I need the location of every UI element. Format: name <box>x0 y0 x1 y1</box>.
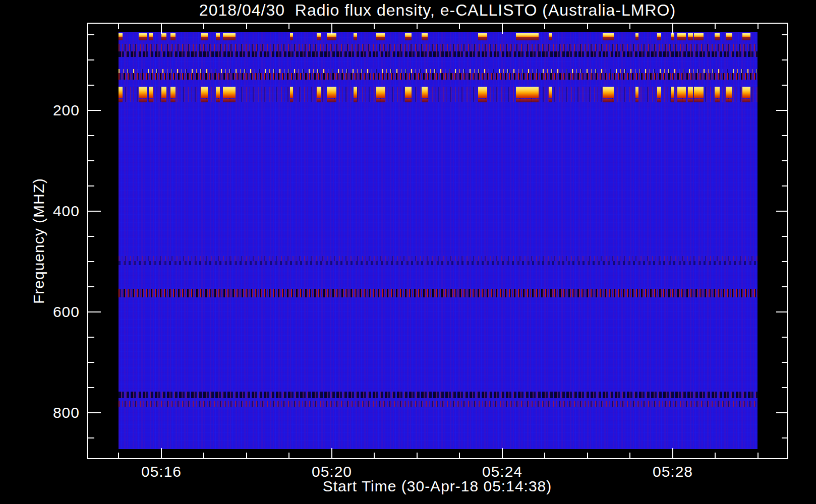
rfi-burst <box>405 99 412 102</box>
rfi-burst <box>688 33 693 37</box>
rfi-burst <box>726 37 732 40</box>
rfi-burst <box>549 87 552 98</box>
y-tick-left <box>88 85 94 86</box>
rfi-burst <box>657 87 661 98</box>
spectrogram-image <box>119 32 757 449</box>
rfi-burst <box>327 87 336 98</box>
y-tick-left <box>88 185 94 186</box>
y-tick-right <box>776 412 787 413</box>
y-tick-left <box>88 160 94 161</box>
rfi-band <box>119 73 757 80</box>
x-tick-bottom <box>587 453 588 458</box>
rfi-burst <box>354 37 357 40</box>
rfi-burst <box>223 87 236 98</box>
rfi-burst <box>149 33 153 37</box>
rfi-burst <box>290 87 293 98</box>
rfi-burst <box>422 99 428 102</box>
rfi-burst <box>516 87 539 98</box>
y-tick-left <box>88 211 101 212</box>
rfi-band <box>119 44 757 51</box>
rfi-burst <box>170 37 176 40</box>
y-tick-left <box>88 261 94 262</box>
y-tick-right <box>782 437 787 438</box>
rfi-burst <box>694 37 704 40</box>
y-tick-left <box>88 59 94 60</box>
y-tick-label: 600 <box>18 303 80 321</box>
x-tick-bottom <box>161 448 162 458</box>
rfi-burst <box>635 37 638 40</box>
rfi-burst <box>742 99 750 102</box>
y-tick-right <box>776 110 787 111</box>
rfi-burst <box>376 87 385 98</box>
rfi-burst <box>671 37 674 40</box>
rfi-burst <box>201 99 208 102</box>
rfi-burst <box>161 99 166 102</box>
rfi-burst <box>119 33 123 37</box>
x-tick-label: 05:24 <box>467 463 538 480</box>
rfi-burst <box>139 33 147 37</box>
rfi-band <box>119 69 757 73</box>
rfi-burst <box>216 87 220 98</box>
rfi-burst <box>161 87 166 98</box>
rfi-burst <box>603 99 614 102</box>
x-tick-bottom <box>417 453 418 458</box>
x-tick-top <box>288 24 289 29</box>
rfi-burst <box>119 37 123 40</box>
x-tick-bottom <box>544 453 545 458</box>
x-tick-bottom <box>757 453 759 458</box>
rfi-burst <box>516 99 539 102</box>
x-tick-label: 05:28 <box>637 463 708 480</box>
rfi-burst <box>478 87 487 98</box>
x-tick-bottom <box>459 453 460 458</box>
rfi-burst <box>478 37 487 40</box>
rfi-burst <box>317 99 321 102</box>
x-tick-bottom <box>629 453 630 458</box>
y-tick-right <box>782 85 787 86</box>
rfi-burst <box>201 37 208 40</box>
rfi-burst <box>405 33 412 37</box>
y-tick-left <box>88 412 101 413</box>
x-tick-bottom <box>672 448 673 458</box>
x-tick-top <box>459 24 460 29</box>
y-tick-right <box>782 337 787 338</box>
rfi-band <box>119 51 757 57</box>
x-tick-bottom <box>502 448 503 458</box>
rfi-burst <box>549 37 552 40</box>
rfi-band <box>119 289 757 297</box>
rfi-burst <box>726 99 732 102</box>
rfi-burst <box>317 37 321 40</box>
rfi-burst <box>139 99 147 102</box>
rfi-burst <box>354 99 357 102</box>
x-tick-top <box>203 24 204 29</box>
rfi-burst <box>201 87 208 98</box>
rfi-burst <box>290 37 293 40</box>
y-tick-right <box>782 135 787 136</box>
rfi-burst <box>726 87 732 98</box>
y-tick-right <box>782 236 787 237</box>
rfi-burst <box>317 33 321 37</box>
rfi-burst <box>657 99 661 102</box>
rfi-burst <box>694 87 704 98</box>
rfi-band <box>119 401 757 407</box>
rfi-burst <box>170 87 176 98</box>
rfi-burst <box>671 87 674 98</box>
rfi-band <box>119 87 757 102</box>
rfi-burst <box>742 87 750 98</box>
rfi-burst <box>139 87 147 98</box>
rfi-burst <box>677 87 686 98</box>
y-tick-left <box>88 34 94 35</box>
rfi-burst <box>223 33 236 37</box>
y-tick-left <box>88 311 101 312</box>
y-tick-right <box>782 362 787 363</box>
y-tick-left <box>88 286 94 287</box>
rfi-burst <box>216 99 220 102</box>
rfi-burst <box>216 33 220 37</box>
rfi-burst <box>635 99 638 102</box>
rfi-burst <box>677 37 686 40</box>
x-tick-top <box>757 24 759 29</box>
x-tick-bottom <box>715 453 716 458</box>
chart-title: 2018/04/30 Radio flux density, e-CALLIST… <box>87 1 788 20</box>
rfi-burst <box>603 87 614 98</box>
x-tick-top <box>587 24 588 29</box>
y-tick-right <box>782 160 787 161</box>
